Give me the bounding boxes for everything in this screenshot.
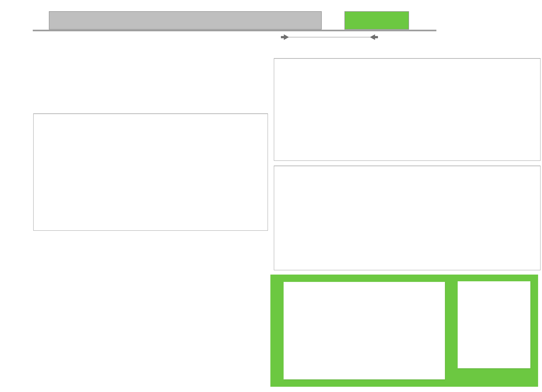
read-length-histogram [462, 61, 535, 158]
forward-primer-icon [281, 36, 284, 38]
coverage-plot [35, 130, 198, 226]
rdrp-gene-box [49, 11, 322, 30]
histogram-card [458, 281, 530, 368]
panel-5-m-ba [274, 59, 541, 161]
coverage-card [284, 282, 445, 379]
cp-gene-box [344, 11, 409, 30]
panel-3-svcd-us [33, 114, 268, 231]
figure-canvas [0, 0, 542, 392]
coverage-plot [284, 283, 444, 378]
coverage-plot [278, 60, 448, 159]
primer-region-arrows [277, 33, 381, 43]
forward-primer-arrowhead-icon [284, 34, 289, 40]
read-length-histogram [459, 282, 529, 367]
genome-line [33, 30, 436, 31]
panel-6-ecgsv-ba [274, 166, 541, 270]
panel-7-ma-ba-highlight [270, 274, 538, 387]
read-length-histogram [462, 170, 535, 267]
coverage-plot [278, 168, 448, 267]
reverse-primer-icon [375, 36, 378, 38]
read-length-histogram [200, 121, 266, 219]
reverse-primer-arrowhead-icon [370, 34, 375, 40]
